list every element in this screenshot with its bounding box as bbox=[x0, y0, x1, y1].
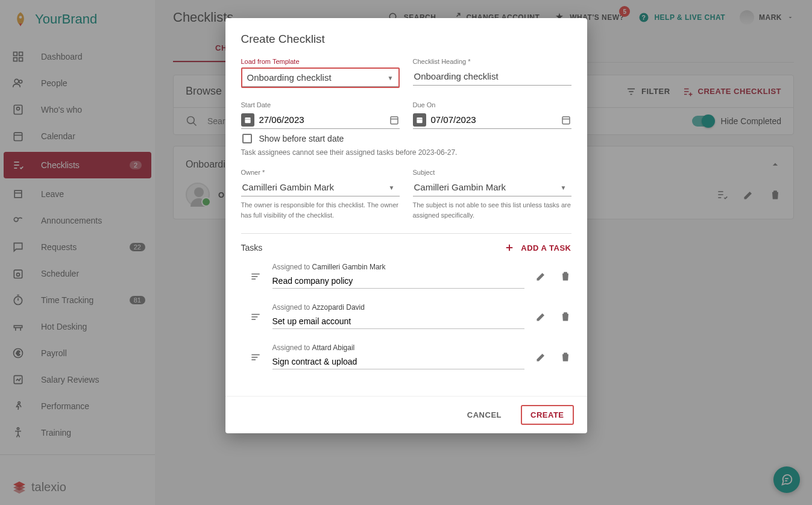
subject-select[interactable]: Camilleri Gambin Mark ▼ bbox=[413, 178, 571, 196]
drag-handle-icon[interactable] bbox=[250, 351, 262, 363]
template-select[interactable]: Onboarding checklist ▼ bbox=[241, 67, 400, 88]
owner-helper: The owner is responsible for this checkl… bbox=[241, 200, 400, 220]
show-before-helper: Task assignees cannot see their assigned… bbox=[241, 148, 571, 157]
task-title-input[interactable] bbox=[272, 274, 524, 289]
trash-icon[interactable] bbox=[559, 270, 571, 282]
subject-helper: The subject is not able to see this list… bbox=[413, 200, 571, 220]
pencil-icon[interactable] bbox=[535, 351, 547, 363]
drag-handle-icon[interactable] bbox=[250, 310, 262, 322]
create-checklist-modal: Create Checklist Load from Template Onbo… bbox=[225, 18, 587, 433]
modal-title: Create Checklist bbox=[225, 18, 587, 55]
caret-down-icon: ▼ bbox=[561, 184, 567, 191]
task-title-input[interactable] bbox=[272, 314, 524, 329]
svg-rect-56 bbox=[562, 116, 570, 124]
heading-label: Checklist Heading * bbox=[413, 58, 571, 65]
task-assigned-label: Assigned to Azzopardi David bbox=[272, 303, 524, 312]
tasks-heading: Tasks bbox=[241, 243, 263, 252]
caret-down-icon: ▼ bbox=[388, 75, 394, 81]
calendar-icon bbox=[241, 113, 254, 127]
start-date-input[interactable] bbox=[241, 111, 400, 129]
svg-rect-50 bbox=[245, 117, 250, 122]
drag-handle-icon[interactable] bbox=[250, 270, 262, 282]
subject-field-label: Subject bbox=[413, 169, 571, 176]
task-assigned-label: Assigned to Camilleri Gambin Mark bbox=[272, 263, 524, 271]
caret-down-icon: ▼ bbox=[389, 184, 395, 191]
owner-select[interactable]: Camilleri Gambin Mark ▼ bbox=[241, 178, 400, 196]
trash-icon[interactable] bbox=[559, 351, 571, 363]
calendar-outline-icon bbox=[561, 114, 571, 125]
cancel-button[interactable]: CANCEL bbox=[458, 405, 511, 425]
task-title-input[interactable] bbox=[272, 354, 524, 369]
calendar-icon bbox=[413, 113, 426, 127]
create-button[interactable]: CREATE bbox=[521, 405, 573, 425]
calendar-outline-icon bbox=[389, 114, 400, 125]
pencil-icon[interactable] bbox=[535, 270, 547, 282]
start-date-label: Start Date bbox=[241, 101, 400, 108]
svg-rect-54 bbox=[417, 117, 422, 122]
show-before-checkbox[interactable] bbox=[242, 134, 252, 143]
show-before-label: Show before start date bbox=[259, 134, 344, 143]
heading-input[interactable] bbox=[413, 67, 571, 86]
task-row: Assigned to Camilleri Gambin Mark bbox=[250, 263, 571, 289]
pencil-icon[interactable] bbox=[535, 310, 547, 322]
modal-overlay: Create Checklist Load from Template Onbo… bbox=[0, 0, 812, 505]
plus-icon bbox=[504, 242, 515, 253]
owner-field-label: Owner * bbox=[241, 169, 400, 176]
add-task-button[interactable]: ADD A TASK bbox=[504, 242, 571, 253]
svg-rect-52 bbox=[391, 116, 398, 124]
task-row: Assigned to Attard Abigail bbox=[250, 343, 571, 369]
task-row: Assigned to Azzopardi David bbox=[250, 303, 571, 329]
template-label: Load from Template bbox=[241, 58, 400, 65]
due-date-label: Due On bbox=[413, 101, 571, 108]
task-assigned-label: Assigned to Attard Abigail bbox=[272, 343, 524, 352]
due-date-input[interactable] bbox=[413, 111, 571, 129]
trash-icon[interactable] bbox=[559, 310, 571, 322]
